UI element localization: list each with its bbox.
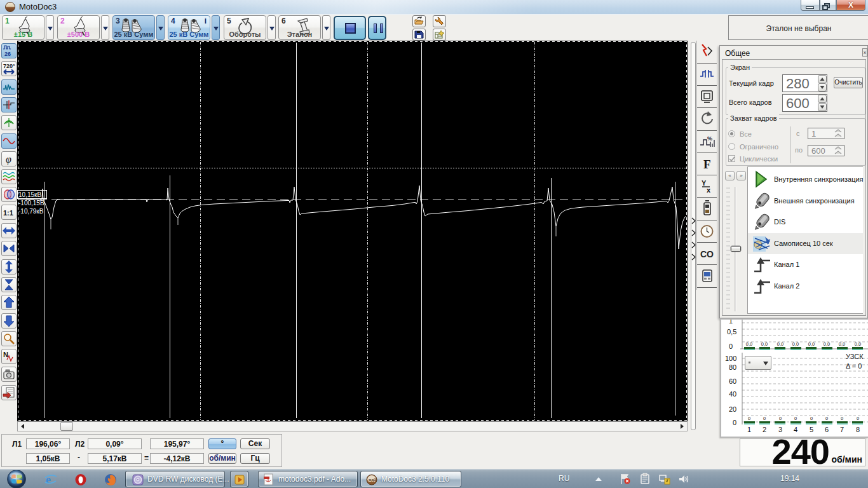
svg-text:0: 0 [857, 416, 859, 421]
svg-text:1: 1 [747, 426, 751, 433]
svg-text:0,0: 0,0 [792, 341, 799, 347]
svg-text:0: 0 [733, 419, 736, 426]
svg-text:40: 40 [729, 390, 736, 398]
svg-text:60: 60 [729, 377, 736, 385]
svg-text:10,15кВ: 10,15кВ [18, 191, 41, 198]
svg-text:-100,15В: -100,15В [18, 200, 44, 207]
svg-text:мд3: мд3 [369, 478, 376, 482]
svg-text:0,0: 0,0 [855, 341, 861, 347]
svg-text:0: 0 [810, 416, 813, 421]
svg-text:0: 0 [763, 416, 766, 421]
svg-text:0: 0 [825, 416, 828, 421]
svg-text:0: 0 [779, 416, 782, 421]
svg-text:CO: CO [700, 249, 714, 259]
svg-text:Y: Y [702, 179, 707, 187]
svg-text:Δ = 0: Δ = 0 [846, 362, 862, 370]
svg-text:8: 8 [856, 426, 860, 433]
svg-text:φ: φ [6, 154, 11, 165]
svg-text:2: 2 [763, 426, 766, 433]
svg-text:N: N [3, 351, 8, 358]
svg-text:20: 20 [729, 405, 736, 413]
svg-text:7: 7 [840, 426, 844, 433]
svg-text:0,0: 0,0 [808, 341, 815, 347]
svg-text:УЗСК: УЗСК [846, 353, 864, 360]
svg-text:0,0: 0,0 [824, 341, 830, 347]
svg-text:0: 0 [748, 416, 750, 421]
svg-text:x: x [707, 186, 711, 194]
svg-text:0,0: 0,0 [839, 341, 845, 347]
svg-text:0,0: 0,0 [777, 341, 783, 347]
svg-text:0: 0 [729, 342, 733, 350]
svg-text:%: % [707, 135, 712, 142]
svg-text:720°: 720° [3, 63, 15, 69]
svg-text:100: 100 [725, 355, 736, 362]
svg-text:0: 0 [841, 416, 843, 421]
svg-text:-10,79кВ: -10,79кВ [18, 208, 44, 215]
svg-text:26: 26 [4, 51, 11, 57]
svg-text:0,0: 0,0 [746, 341, 752, 347]
svg-text:1: 1 [729, 320, 733, 325]
svg-text:F: F [703, 158, 711, 171]
svg-text:0,0: 0,0 [761, 341, 768, 347]
svg-text:0,5: 0,5 [727, 328, 736, 336]
svg-text:0: 0 [794, 416, 797, 421]
svg-text:1:1: 1:1 [3, 209, 13, 217]
svg-text:80: 80 [729, 363, 736, 371]
